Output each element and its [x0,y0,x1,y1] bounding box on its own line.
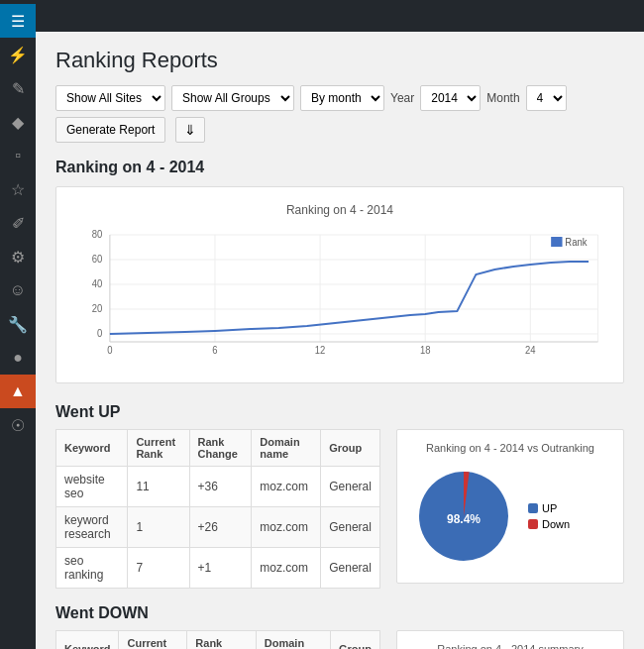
rank-change-cell: +26 [189,507,252,548]
col-current-rank: Current Rank [128,430,189,467]
col-keyword-d: Keyword [56,631,119,650]
topbar [36,0,644,32]
table-row: website seo 11 +36 moz.com General [56,467,380,507]
svg-text:20: 20 [92,303,103,314]
svg-text:6: 6 [212,345,217,356]
sidebar: ☰ ⚡ ✎ ◆ ▫ ☆ ✐ ⚙ ☺ 🔧 ● ▲ ☉ [0,0,36,649]
sidebar-posts-icon[interactable]: ✎ [0,71,36,105]
outranking-pie-title: Ranking on 4 - 2014 vs Outranking [409,442,611,454]
col-group-d: Group [330,631,379,650]
sidebar-users-icon[interactable]: ☺ [0,273,36,307]
legend-down-label: Down [542,518,570,530]
went-down-section: Went DOWN Keyword Current Rank Rank Chan… [55,604,624,649]
sidebar-appearance-icon[interactable]: ✐ [0,206,36,240]
main-content: Ranking Reports Show All Sites Show All … [36,0,644,649]
sidebar-tools-icon[interactable]: 🔧 [0,307,36,341]
group-cell: General [321,507,380,548]
went-down-table-col: Keyword Current Rank Rank Change Domain … [55,630,380,649]
col-keyword: Keyword [56,430,128,467]
rank-change-cell: +1 [189,548,252,589]
went-up-content: Keyword Current Rank Rank Change Domain … [55,429,624,589]
svg-text:12: 12 [315,345,326,356]
group-cell: General [321,548,380,589]
keyword-cell: seo ranking [56,548,128,589]
keyword-cell: website seo [56,467,128,507]
outranking-pie-card: Ranking on 4 - 2014 vs Outranking 98.4% [396,429,624,584]
rank-change-cell: +36 [189,467,252,507]
sidebar-menu-icon[interactable]: ☰ [0,4,36,38]
col-rank-change: Rank Change [189,430,252,467]
table-row: seo ranking 7 +1 moz.com General [56,548,380,589]
svg-text:0: 0 [107,345,113,356]
download-button[interactable]: ⇓ [175,117,205,143]
domain-cell: moz.com [252,467,321,507]
chart-title: Ranking on 4 - 2014 [72,203,607,217]
current-rank-cell: 1 [128,507,189,548]
svg-text:Rank: Rank [565,237,587,248]
svg-text:18: 18 [420,345,431,356]
sidebar-pages-icon[interactable]: ▫ [0,139,36,172]
went-up-section: Went UP Keyword Current Rank Rank Change… [55,403,624,589]
svg-text:40: 40 [92,278,103,289]
current-rank-cell: 11 [128,467,189,507]
col-domain: Domain name [252,430,321,467]
outranking-legend: UP Down [528,502,570,530]
legend-down: Down [528,518,570,530]
col-rank-change-d: Rank Change [187,631,256,650]
col-current-rank-d: Current Rank [119,631,187,650]
sidebar-comments-icon[interactable]: ☆ [0,172,36,206]
generate-report-button[interactable]: Generate Report [55,117,165,143]
sidebar-settings-icon[interactable]: ● [0,341,36,375]
group-cell: General [321,467,380,507]
went-down-title: Went DOWN [55,604,624,622]
went-up-title: Went UP [55,403,624,421]
month-select[interactable]: 4 [526,85,567,111]
ranking-section-title: Ranking on 4 - 2014 [55,159,624,176]
summary-pie-card: Ranking on 4 - 2014 summary [396,630,624,649]
legend-down-dot [528,519,538,529]
summary-pie-col: Ranking on 4 - 2014 summary [396,630,624,649]
svg-text:24: 24 [525,345,536,356]
line-chart-card: Ranking on 4 - 2014 80 60 40 20 [55,186,624,383]
group-filter[interactable]: Show All Groups [171,85,294,111]
filter-bar: Show All Sites Show All Groups By month … [55,85,624,143]
sidebar-seo-icon[interactable]: ▲ [0,375,36,408]
sidebar-extra-icon[interactable]: ☉ [0,408,36,442]
page-title: Ranking Reports [55,48,624,73]
went-up-table-col: Keyword Current Rank Rank Change Domain … [55,429,380,589]
went-down-table: Keyword Current Rank Rank Change Domain … [55,630,380,649]
sidebar-media-icon[interactable]: ◆ [0,105,36,139]
svg-text:0: 0 [97,328,103,339]
sidebar-plugins-icon[interactable]: ⚙ [0,240,36,273]
domain-cell: moz.com [252,548,321,589]
went-up-pie-col: Ranking on 4 - 2014 vs Outranking 98.4% [396,429,624,589]
went-down-content: Keyword Current Rank Rank Change Domain … [55,630,624,649]
summary-pie-title: Ranking on 4 - 2014 summary [409,643,611,649]
svg-text:98.4%: 98.4% [447,512,481,526]
col-group: Group [321,430,380,467]
line-chart: 80 60 40 20 0 0 6 12 18 24 Rank [72,225,607,364]
outranking-pie-svg: 98.4% [409,462,518,571]
legend-up: UP [528,502,570,514]
went-up-table: Keyword Current Rank Rank Change Domain … [55,429,380,589]
legend-up-dot [528,503,538,513]
legend-up-label: UP [542,502,557,514]
keyword-cell: keyword research [56,507,128,548]
svg-text:80: 80 [92,229,103,240]
svg-rect-21 [551,237,562,247]
domain-cell: moz.com [252,507,321,548]
sidebar-dashboard-icon[interactable]: ⚡ [0,38,36,71]
period-filter[interactable]: By month [300,85,384,111]
col-domain-d: Domain name [256,631,330,650]
table-row: keyword research 1 +26 moz.com General [56,507,380,548]
outranking-pie-wrapper: 98.4% UP Down [409,462,611,571]
current-rank-cell: 7 [128,548,189,589]
svg-text:60: 60 [92,254,103,265]
content-area: Ranking Reports Show All Sites Show All … [36,32,644,649]
year-label: Year [390,91,414,105]
month-label: Month [486,91,519,105]
site-filter[interactable]: Show All Sites [55,85,165,111]
year-select[interactable]: 2014 [420,85,481,111]
